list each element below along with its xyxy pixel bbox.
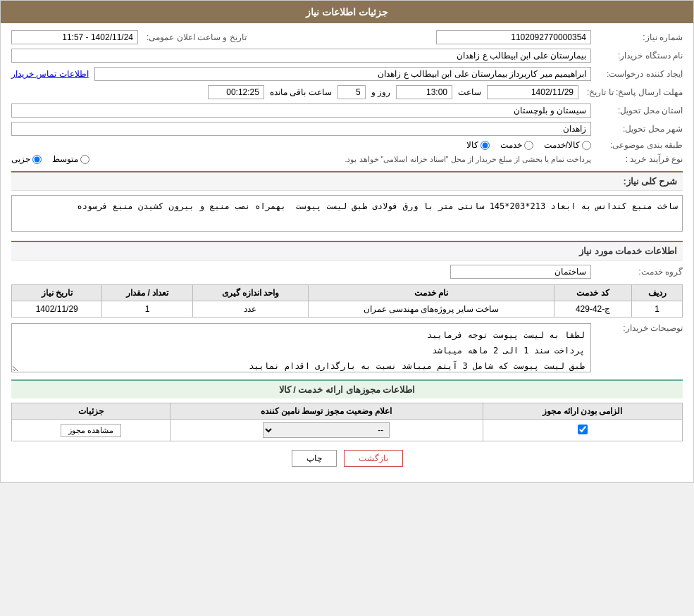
province-value: سیستان و بلوچستان [11,103,591,118]
col-required: الزامی بودن ارائه مجوز [483,403,682,420]
page-wrapper: جزئیات اطلاعات نیاز شماره نیاز: 11020927… [0,0,694,483]
buyer-notes-row: توصیحات خریدار: [11,323,683,372]
permit-required-checkbox[interactable] [578,425,588,434]
group-service-value: ساختمان [450,265,591,279]
services-table-header: ردیف کد خدمت نام خدمت واحد اندازه گیری ت… [12,285,683,301]
page-title: جزئیات اطلاعات نیاز [306,6,388,18]
cell-date: 1402/11/29 [12,301,102,318]
services-section-title: اطلاعات خدمات مورد نیاز [11,241,683,260]
deadline-label: مهلت ارسال پاسخ: تا تاریخ: [581,87,683,97]
process-radio-group: پرداخت تمام یا بخشی از مبلغ خریدار از مح… [11,154,591,164]
category-goods-radio[interactable] [481,141,490,150]
deadline-remaining: 00:12:25 [208,85,264,99]
announce-datetime-label: تاریخ و ساعت اعلان عمومی: [141,32,247,42]
need-number-value: 1102092770000354 [436,30,591,44]
buyer-notes-text[interactable] [11,323,591,372]
process-medium-radio[interactable] [80,155,89,164]
group-service-row: گروه خدمت: ساختمان [11,265,683,279]
col-status: اعلام وضعیت مجوز توسط نامین کننده [170,403,483,420]
deadline-time-label: ساعت [458,87,481,97]
description-section-title: شرح کلی نیاز: [11,171,683,191]
view-permit-button[interactable]: مشاهده مجوز [61,424,121,437]
buyer-name-row: نام دستگاه خریدار: بیمارستان علی ابن ابی… [11,49,683,63]
deadline-row: مهلت ارسال پاسخ: تا تاریخ: 1402/11/29 سا… [11,85,683,99]
permit-status-select[interactable]: -- [263,422,390,438]
category-service-item: خدمت [500,140,533,150]
province-label: استان محل تحویل: [591,106,683,115]
content-area: شماره نیاز: 1102092770000354 تاریخ و ساع… [1,23,693,482]
need-number-label: شماره نیاز: [591,32,683,42]
services-table: ردیف کد خدمت نام خدمت واحد اندازه گیری ت… [11,284,683,318]
permits-title: اطلاعات مجوزهای ارائه خدمت / کالا [11,379,683,398]
process-note: پرداخت تمام یا بخشی از مبلغ خریدار از مح… [100,155,591,164]
permits-table-row: -- مشاهده مجوز [12,420,683,441]
back-button[interactable]: بازگشت [344,450,403,467]
description-text[interactable] [11,195,683,232]
deadline-remaining-label-text: ساعت باقی مانده [270,87,332,97]
col-unit: واحد اندازه گیری [192,285,308,301]
footer-buttons: بازگشت چاپ [11,441,683,475]
category-service-radio[interactable] [524,141,533,150]
buyer-name-label: نام دستگاه خریدار: [591,51,683,61]
permits-table: الزامی بودن ارائه مجوز اعلام وضعیت مجوز … [11,403,683,441]
col-details: جزئیات [12,403,171,420]
page-header: جزئیات اطلاعات نیاز [1,1,693,23]
category-both-item: کالا/خدمت [544,140,591,150]
category-service-label: خدمت [500,140,522,150]
services-table-row: 1ج-42-429ساخت سایر پروژه‌های مهندسی عمرا… [12,301,683,318]
category-both-radio[interactable] [582,141,591,150]
col-date: تاریخ نیاز [12,285,102,301]
cell-name: ساخت سایر پروژه‌های مهندسی عمران [309,301,554,318]
category-goods-item: کالا [466,140,490,150]
permit-details-cell: مشاهده مجوز [12,420,171,441]
services-table-section: ردیف کد خدمت نام خدمت واحد اندازه گیری ت… [11,284,683,318]
category-label: طبقه بندی موضوعی: [591,140,683,150]
contact-link[interactable]: اطلاعات تماس خریدار [11,69,89,79]
requester-label: ایجاد کننده درخواست: [591,69,683,79]
buyer-name-value: بیمارستان علی ابن ابیطالب ع زاهدان [11,49,591,63]
city-label: شهر محل تحویل: [591,124,683,134]
deadline-days: 5 [337,85,366,99]
province-row: استان محل تحویل: سیستان و بلوچستان [11,103,683,118]
process-medium-label: متوسط [52,154,78,164]
process-medium-item: متوسط [52,154,89,164]
process-label: نوع فرآیند خرید : [591,154,683,164]
permits-header-row: الزامی بودن ارائه مجوز اعلام وضعیت مجوز … [12,403,683,420]
process-partial-label: جزیی [11,154,30,164]
process-row: نوع فرآیند خرید : پرداخت تمام یا بخشی از… [11,154,683,164]
permits-section: اطلاعات مجوزهای ارائه خدمت / کالا الزامی… [11,379,683,441]
need-number-row: شماره نیاز: 1102092770000354 تاریخ و ساع… [11,30,683,44]
group-service-label: گروه خدمت: [591,267,683,277]
cell-code: ج-42-429 [554,301,632,318]
process-partial-radio[interactable] [32,155,42,164]
col-service-code: کد خدمت [554,285,632,301]
permit-status-cell: -- [170,420,483,441]
requester-row: ایجاد کننده درخواست: ابراهیمیم میر کاربر… [11,67,683,81]
category-goods-label: کالا [466,140,478,150]
deadline-date: 1402/11/29 [487,85,578,99]
col-service-name: نام خدمت [309,285,554,301]
category-row: طبقه بندی موضوعی: کالا/خدمت خدمت کالا [11,140,683,150]
permit-required-cell [483,420,682,441]
cell-quantity: 1 [102,301,192,318]
deadline-time: 13:00 [396,85,452,99]
print-button[interactable]: چاپ [292,450,337,467]
col-row-num: ردیف [632,285,683,301]
deadline-days-label: روز و [371,87,390,97]
city-row: شهر محل تحویل: زاهدان [11,122,683,136]
requester-value: ابراهیمیم میر کاربرداز بیمارستان علی ابن… [94,67,591,81]
announce-datetime-value: 1402/11/24 - 11:57 [11,30,138,44]
process-partial-item: جزیی [11,154,42,164]
col-quantity: تعداد / مقدار [102,285,192,301]
category-radio-group: کالا/خدمت خدمت کالا [11,140,591,150]
city-value: زاهدان [11,122,591,136]
buyer-notes-label: توصیحات خریدار: [591,323,683,333]
cell-unit: عدد [192,301,308,318]
cell-row: 1 [632,301,683,318]
category-both-label: کالا/خدمت [544,140,580,150]
